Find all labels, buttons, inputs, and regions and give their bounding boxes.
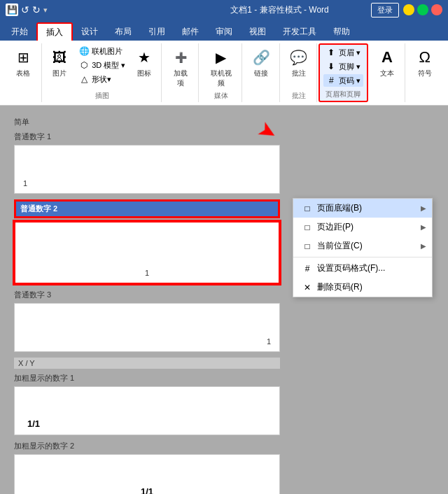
online-picture-button[interactable]: 🌐 联机图片 — [76, 45, 127, 57]
content-wrapper: 简单 普通数字 1 1 普通数字 2 1 普通数字 3 1 X / Y 加粗显示… — [14, 117, 280, 494]
tab-insert[interactable]: 插入 — [36, 22, 73, 41]
dropdown-item-page-bottom[interactable]: □ 页面底端(B) ▶ — [293, 199, 432, 218]
footer-button[interactable]: ⬇ 页脚 ▾ — [323, 60, 363, 73]
icon-label: 图标 — [137, 69, 151, 78]
group-illustrations: 🖼 图片 🌐 联机图片 ⬡ 3D 模型 ▾ △ 形状▾ ★ 图标 — [43, 43, 162, 102]
group-links-content: 🔗 链接 — [247, 45, 275, 101]
comments-group-label: 批注 — [292, 91, 306, 101]
online-picture-icon: 🌐 — [78, 45, 90, 57]
plain-number-1-preview[interactable]: 1 — [14, 145, 280, 194]
text-label: 文本 — [380, 69, 394, 78]
illustrations-small-btns: 🌐 联机图片 ⬡ 3D 模型 ▾ △ 形状▾ — [76, 45, 127, 85]
bold-number-1-label: 加粗显示的数字 1 — [14, 373, 280, 383]
tab-developer[interactable]: 开发工具 — [274, 22, 325, 41]
minimize-button[interactable] — [403, 4, 414, 15]
tab-references[interactable]: 引用 — [140, 22, 174, 41]
links-icon: 🔗 — [250, 46, 272, 69]
page-margin-label: 页边距(P) — [317, 221, 354, 233]
group-table: ⊞ 表格 — [6, 43, 42, 102]
plain-number-3-preview[interactable]: 1 — [14, 303, 280, 352]
group-symbols: Ω 符号 — [407, 43, 442, 102]
current-pos-label: 当前位置(C) — [317, 240, 363, 252]
tab-mailings[interactable]: 邮件 — [174, 22, 207, 41]
tab-home[interactable]: 开始 — [3, 22, 36, 41]
picture-icon: 🖼 — [48, 46, 71, 69]
remove-label: 删除页码(R) — [317, 281, 363, 293]
shape-icon: △ — [78, 73, 90, 85]
links-button[interactable]: 🔗 链接 — [247, 45, 275, 80]
addins-icon: ➕ — [169, 46, 192, 69]
table-button[interactable]: ⊞ 表格 — [9, 45, 37, 80]
group-symbols-content: Ω 符号 — [411, 45, 439, 101]
group-table-content: ⊞ 表格 — [9, 45, 37, 101]
dropdown-item-remove[interactable]: ✕ 删除页码(R) — [293, 278, 432, 297]
title-bar: ↺ ↻ ▾ 文档1 - 兼容性模式 - Word 登录 — [0, 0, 448, 20]
online-video-label: 联机视频 — [207, 69, 234, 88]
3d-model-icon: ⬡ — [78, 59, 90, 71]
save-icon[interactable] — [6, 3, 18, 16]
format-label: 设置页码格式(F)... — [317, 262, 385, 274]
online-video-icon: ▶ — [210, 46, 232, 69]
tab-help[interactable]: 帮助 — [325, 22, 358, 41]
links-label: 链接 — [254, 69, 268, 78]
current-pos-icon: □ — [302, 241, 313, 252]
plain-number-1-text: 1 — [23, 179, 27, 188]
group-text: A 文本 — [370, 43, 406, 102]
maximize-button[interactable] — [417, 4, 428, 15]
plain-number-2-preview[interactable]: 1 — [14, 221, 280, 284]
login-button[interactable]: 登录 — [371, 3, 399, 17]
shape-label: 形状▾ — [92, 74, 111, 85]
symbols-button[interactable]: Ω 符号 — [411, 45, 439, 80]
online-video-button[interactable]: ▶ 联机视频 — [204, 45, 237, 90]
picture-button[interactable]: 🖼 图片 — [46, 45, 74, 80]
pagenum-label: 页码 ▾ — [339, 76, 360, 86]
table-icon: ⊞ — [12, 46, 34, 69]
bold-number-2-preview[interactable]: 1/1 — [14, 454, 280, 494]
media-group-label: 媒体 — [214, 91, 228, 101]
tab-review[interactable]: 审阅 — [207, 22, 241, 41]
xy-divider: X / Y — [14, 358, 280, 369]
bold-number-2-text: 1/1 — [141, 486, 153, 494]
page-number-dropdown: □ 页面底端(B) ▶ □ 页边距(P) ▶ □ 当前位置(C) ▶ # 设置页… — [293, 198, 433, 297]
bold-number-1-text: 1/1 — [27, 418, 40, 429]
document-title: 文档1 - 兼容性模式 - Word — [188, 4, 371, 16]
tab-design[interactable]: 设计 — [73, 22, 106, 41]
header-label: 页眉 ▾ — [339, 48, 360, 58]
dropdown-item-page-margin[interactable]: □ 页边距(P) ▶ — [293, 218, 432, 237]
redo-icon[interactable]: ↻ — [32, 4, 41, 15]
dropdown-item-current-pos[interactable]: □ 当前位置(C) ▶ — [293, 237, 432, 255]
group-comments-content: 💬 批注 — [285, 45, 313, 90]
header-footer-btns: ⬆ 页眉 ▾ ⬇ 页脚 ▾ # 页码 ▾ — [323, 46, 363, 87]
comments-label: 批注 — [292, 69, 306, 78]
close-button[interactable] — [431, 4, 442, 15]
group-addins-content: ➕ 加载项 — [167, 45, 195, 101]
page-bottom-label: 页面底端(B) — [317, 202, 362, 214]
bold-number-1-preview[interactable]: 1/1 — [14, 386, 280, 435]
tab-view[interactable]: 视图 — [241, 22, 274, 41]
undo-icon[interactable]: ↺ — [21, 4, 29, 15]
footer-label: 页脚 ▾ — [339, 62, 360, 72]
text-button[interactable]: A 文本 — [373, 45, 401, 80]
group-header-footer-content: ⬆ 页眉 ▾ ⬇ 页脚 ▾ # 页码 ▾ — [323, 46, 363, 88]
dropdown-item-format[interactable]: # 设置页码格式(F)... — [293, 259, 432, 278]
window-controls — [403, 4, 442, 15]
picture-label: 图片 — [52, 69, 66, 78]
group-addins: ➕ 加载项 — [163, 43, 200, 102]
comments-button[interactable]: 💬 批注 — [285, 45, 313, 80]
footer-icon: ⬇ — [326, 61, 337, 72]
plain-number-3-text: 1 — [267, 337, 271, 346]
remove-icon: ✕ — [302, 282, 313, 293]
page-bottom-arrow: ▶ — [421, 204, 426, 212]
pagenum-button[interactable]: # 页码 ▾ — [323, 74, 363, 87]
3d-model-button[interactable]: ⬡ 3D 模型 ▾ — [76, 59, 127, 71]
document-area[interactable]: 简单 普通数字 1 1 普通数字 2 1 普通数字 3 1 X / Y 加粗显示… — [0, 106, 448, 494]
header-button[interactable]: ⬆ 页眉 ▾ — [323, 46, 363, 59]
current-pos-arrow: ▶ — [421, 242, 426, 250]
icon-button[interactable]: ★ 图标 — [130, 45, 158, 80]
header-icon: ⬆ — [326, 47, 337, 58]
tab-layout[interactable]: 布局 — [106, 22, 140, 41]
addins-button[interactable]: ➕ 加载项 — [167, 45, 195, 90]
shape-button[interactable]: △ 形状▾ — [76, 73, 127, 85]
format-icon: # — [302, 263, 313, 274]
3d-model-label: 3D 模型 ▾ — [92, 60, 125, 71]
